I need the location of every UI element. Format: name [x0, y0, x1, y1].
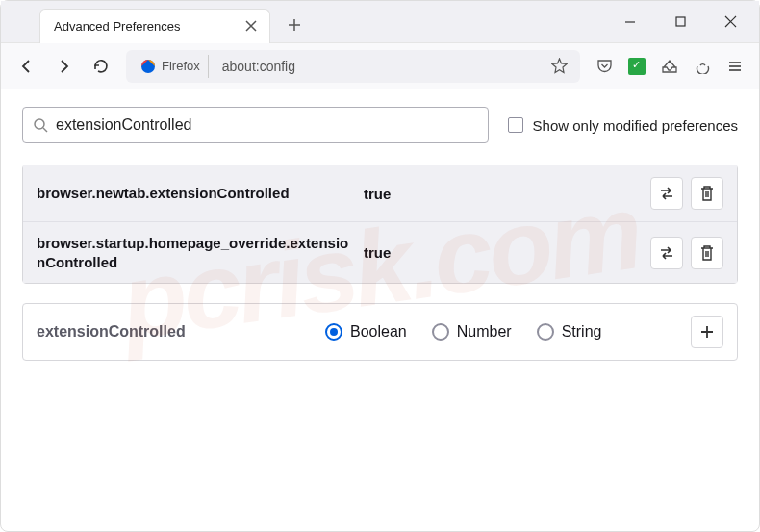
- pref-row[interactable]: browser.newtab.extensionControlled true: [23, 165, 737, 221]
- protections-icon[interactable]: [688, 52, 717, 81]
- search-icon: [33, 117, 48, 133]
- toggle-button[interactable]: [650, 237, 683, 269]
- pref-row[interactable]: browser.startup.homepage_override.extens…: [23, 221, 737, 283]
- window-close-button[interactable]: [709, 7, 751, 38]
- titlebar: Advanced Preferences: [1, 1, 759, 43]
- radio-label: String: [562, 323, 602, 341]
- new-tab-button[interactable]: [280, 11, 309, 39]
- nav-toolbar: Firefox about:config: [1, 43, 759, 89]
- page-content: Show only modified preferences browser.n…: [1, 89, 759, 531]
- new-pref-row: extensionControlled Boolean Number Strin…: [22, 303, 738, 361]
- reload-button[interactable]: [84, 50, 116, 83]
- pref-name: browser.newtab.extensionControlled: [37, 184, 354, 203]
- search-row: Show only modified preferences: [22, 107, 738, 143]
- type-radio-group: Boolean Number String: [325, 323, 681, 341]
- svg-point-2: [35, 119, 44, 129]
- new-pref-name: extensionControlled: [37, 323, 316, 341]
- back-button[interactable]: [11, 50, 43, 83]
- extension-icon[interactable]: [622, 52, 651, 81]
- delete-button[interactable]: [691, 177, 723, 210]
- svg-rect-0: [676, 17, 685, 26]
- bookmark-star-icon[interactable]: [545, 52, 573, 81]
- browser-tab[interactable]: Advanced Preferences: [39, 9, 270, 43]
- modified-only-toggle[interactable]: Show only modified preferences: [508, 117, 738, 134]
- inbox-icon[interactable]: [655, 52, 684, 81]
- forward-button[interactable]: [47, 50, 80, 83]
- pref-value: true: [364, 186, 641, 202]
- radio-icon: [325, 323, 342, 341]
- url-text: about:config: [215, 59, 539, 74]
- identity-box[interactable]: Firefox: [133, 55, 209, 78]
- pref-name: browser.startup.homepage_override.extens…: [37, 234, 354, 271]
- pocket-icon[interactable]: [590, 52, 619, 81]
- close-icon[interactable]: [242, 17, 260, 35]
- menu-button[interactable]: [721, 52, 749, 81]
- radio-number[interactable]: Number: [432, 323, 512, 341]
- browser-window: Advanced Preferences: [0, 0, 760, 532]
- radio-string[interactable]: String: [537, 323, 602, 341]
- pref-value: true: [364, 244, 641, 261]
- checkbox-icon: [508, 117, 523, 133]
- preferences-table: browser.newtab.extensionControlled true …: [22, 165, 738, 284]
- delete-button[interactable]: [691, 237, 723, 269]
- firefox-icon: [140, 59, 156, 74]
- modified-only-label: Show only modified preferences: [533, 117, 738, 134]
- radio-label: Boolean: [350, 323, 407, 341]
- radio-boolean[interactable]: Boolean: [325, 323, 407, 341]
- toggle-button[interactable]: [650, 177, 683, 210]
- identity-label: Firefox: [162, 59, 200, 73]
- search-input[interactable]: [56, 116, 478, 134]
- radio-icon: [432, 323, 449, 341]
- add-button[interactable]: [691, 316, 723, 348]
- maximize-button[interactable]: [659, 7, 701, 38]
- radio-icon: [537, 323, 554, 341]
- minimize-button[interactable]: [609, 7, 651, 38]
- radio-label: Number: [457, 323, 512, 341]
- url-bar[interactable]: Firefox about:config: [126, 50, 580, 83]
- window-controls: [609, 7, 759, 38]
- search-box[interactable]: [22, 107, 489, 143]
- tab-title: Advanced Preferences: [54, 19, 242, 34]
